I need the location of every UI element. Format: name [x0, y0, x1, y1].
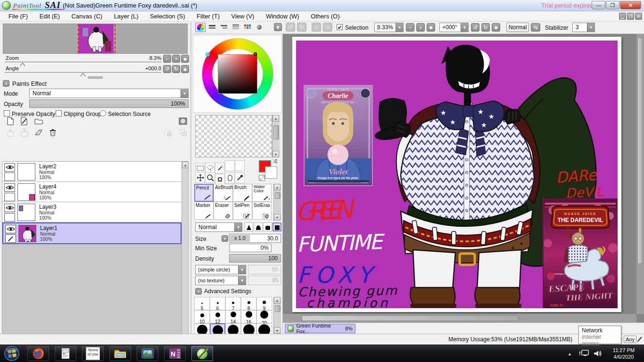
- tool-pencil[interactable]: Pencil: [194, 184, 214, 202]
- visibility-eye-icon[interactable]: [4, 204, 15, 212]
- start-button[interactable]: [4, 346, 20, 362]
- layer-option-box[interactable]: [4, 193, 15, 201]
- clear-layer-icon[interactable]: [33, 127, 44, 138]
- document-tab[interactable]: Green Funtime Fox... 8%: [285, 324, 355, 333]
- tray-clock[interactable]: 11:27 PM 4/6/2020: [606, 347, 641, 360]
- taskbar-document-app-icon[interactable]: [55, 346, 76, 361]
- deselect-button[interactable]: ◇: [312, 23, 321, 32]
- brush-texture-select[interactable]: (no texture)▼: [195, 276, 246, 285]
- tool-seleras[interactable]: SelEras S: [252, 202, 272, 220]
- density-slider[interactable]: 100: [229, 254, 281, 263]
- scroll-up-icon[interactable]: ▲: [274, 184, 281, 190]
- restore-button[interactable]: ❐: [606, 1, 619, 9]
- nav-zoom-in-button[interactable]: ＋: [172, 55, 180, 63]
- scratchpad-icon[interactable]: [254, 23, 264, 32]
- taskbar-photo-viewer-icon[interactable]: [137, 346, 158, 361]
- swatches-icon[interactable]: [242, 23, 253, 32]
- tool-watercolor[interactable]: Water Color: [252, 184, 272, 202]
- taskbar-firefox-icon[interactable]: [27, 346, 49, 361]
- layer-option-box[interactable]: [4, 173, 15, 181]
- taskbar-terms-of-use-icon[interactable]: Terms of Use: [82, 346, 104, 361]
- tool-selpen[interactable]: SelPen S: [233, 202, 252, 220]
- new-linework-layer-icon[interactable]: [19, 116, 30, 126]
- zoom-slider[interactable]: [5, 62, 161, 62]
- hsv-slider-icon[interactable]: [219, 23, 229, 32]
- tool-eraser[interactable]: Eraser: [214, 202, 233, 220]
- brush-size-14[interactable]: 14: [225, 310, 241, 323]
- edit-pencil-icon[interactable]: [637, 336, 643, 345]
- scratchpad[interactable]: [195, 115, 272, 157]
- any-button[interactable]: Any: [624, 336, 636, 343]
- paints-effect-expander[interactable]: ＋: [3, 80, 9, 87]
- mdi-close-button[interactable]: ✕: [635, 13, 642, 20]
- minimize-button[interactable]: —: [592, 1, 605, 9]
- angle-reset-button[interactable]: ■: [492, 23, 500, 32]
- background-color-swatch[interactable]: [265, 166, 277, 179]
- nav-zoom-out-button[interactable]: −: [163, 55, 171, 63]
- merge-down-icon[interactable]: [19, 127, 30, 138]
- zoom-tool[interactable]: [205, 172, 215, 183]
- rgb-slider-icon[interactable]: [207, 23, 217, 32]
- redo-button[interactable]: ↻: [297, 23, 306, 32]
- hue-marker[interactable]: [206, 52, 210, 57]
- brush-size-9[interactable]: 9: [256, 297, 272, 310]
- menu-window[interactable]: Window (W): [261, 11, 304, 21]
- view-mode-button[interactable]: Normal: [506, 23, 529, 32]
- zoom-out-button[interactable]: −: [406, 23, 414, 32]
- chevron-down-icon[interactable]: ▼: [238, 265, 246, 274]
- layer-list-scrollbar[interactable]: ▲: [182, 162, 188, 353]
- taskbar-sai-icon-active[interactable]: [191, 346, 213, 361]
- brush-size-20[interactable]: 20: [256, 310, 272, 323]
- chevron-down-icon[interactable]: ▼: [181, 89, 188, 98]
- mdi-minimize-button[interactable]: ▁: [619, 13, 626, 20]
- chevron-down-icon[interactable]: ▼: [396, 23, 403, 32]
- menu-selection[interactable]: Selection (S): [145, 11, 190, 21]
- active-paint-pencil-icon[interactable]: [5, 234, 16, 243]
- tray-expand-icon[interactable]: ▲: [568, 352, 572, 356]
- nav-zoom-reset-button[interactable]: ■: [181, 55, 189, 63]
- layer-row-layer3[interactable]: Layer3 Normal 100%: [2, 202, 182, 222]
- artwork[interactable]: ★★★★★: [296, 41, 618, 308]
- rotate-canvas-tool[interactable]: Ω: [215, 174, 225, 185]
- visibility-eye-icon[interactable]: [4, 163, 15, 172]
- chevron-down-icon[interactable]: ▼: [461, 23, 468, 32]
- brush-size-12[interactable]: 12: [210, 310, 225, 323]
- layer-mask-icon[interactable]: [177, 116, 189, 126]
- scroll-down-icon[interactable]: ▼: [272, 151, 279, 157]
- saturation-value-square[interactable]: [218, 54, 257, 94]
- tool-marker[interactable]: Marker: [194, 202, 214, 220]
- navigator-preview[interactable]: F: [3, 24, 188, 54]
- layer-row-layer1-selected[interactable]: Layer1 Normal 100%: [2, 222, 182, 244]
- brush-edge-hard-icon[interactable]: [244, 222, 253, 231]
- scroll-up-icon[interactable]: ▲: [272, 115, 279, 122]
- menu-file[interactable]: File (F): [4, 11, 33, 21]
- tray-network-icon[interactable]: [579, 349, 589, 360]
- nav-rotate-ccw-button[interactable]: ↺: [163, 65, 171, 73]
- mdi-restore-button[interactable]: ❐: [627, 13, 634, 20]
- angle-select[interactable]: +000°▼: [439, 23, 469, 32]
- eyedropper-tool[interactable]: [235, 173, 245, 183]
- tool-brush[interactable]: Brush: [233, 184, 252, 202]
- scroll-down-icon[interactable]: ▼: [274, 327, 281, 334]
- panel-splitter-handle[interactable]: [88, 76, 103, 79]
- undo-button[interactable]: ↺: [286, 23, 295, 32]
- brush-edge-round-icon[interactable]: [263, 222, 272, 231]
- swap-colors-icon[interactable]: ⤨: [272, 158, 277, 165]
- stabilizer-select[interactable]: 3▼: [572, 23, 595, 32]
- min-size-field[interactable]: 0%: [229, 244, 272, 252]
- taskbar-explorer-icon[interactable]: [109, 346, 131, 361]
- size-grid-scrollbar[interactable]: ▲ ▼: [273, 297, 281, 334]
- layer-option-box[interactable]: [4, 213, 15, 222]
- nav-rotate-cw-button[interactable]: ↻: [172, 65, 180, 73]
- brush-edge-dome-icon[interactable]: [254, 222, 263, 231]
- move-tool[interactable]: [195, 172, 205, 183]
- nav-angle-reset-button[interactable]: ■: [181, 65, 189, 73]
- brush-shape-select[interactable]: (simple circle)▼: [195, 265, 246, 274]
- brush-size-8[interactable]: 8: [241, 297, 256, 310]
- sv-marker[interactable]: [254, 52, 257, 56]
- brush-edge-square-icon[interactable]: [272, 222, 281, 231]
- transparent-color-swatch[interactable]: [259, 175, 265, 181]
- brush-size-5[interactable]: 5: [194, 297, 210, 310]
- menu-canvas[interactable]: Canvas (C): [66, 11, 107, 21]
- taskbar-onenote-icon[interactable]: N: [164, 346, 186, 361]
